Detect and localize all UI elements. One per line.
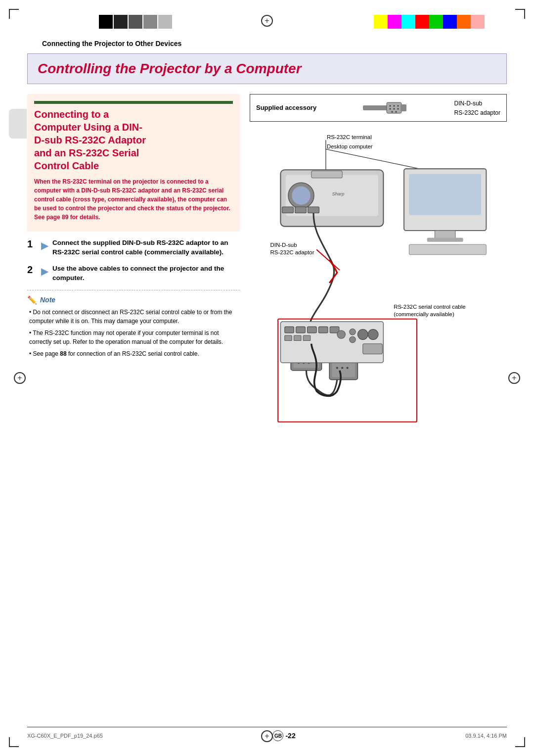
step-1-number: 1 bbox=[27, 238, 37, 250]
svg-text:Sharp: Sharp bbox=[332, 191, 344, 196]
gb-label: GB bbox=[274, 733, 282, 739]
swatch-yellow bbox=[374, 15, 388, 29]
color-bar-left bbox=[99, 15, 172, 29]
swatch-magenta bbox=[388, 15, 401, 29]
page-number: -22 bbox=[285, 732, 295, 740]
main-content: Connecting the Projector to Other Device… bbox=[27, 40, 507, 726]
svg-point-60 bbox=[350, 336, 356, 342]
reg-mark-top bbox=[261, 15, 273, 27]
swatch-lighter-gray bbox=[158, 15, 172, 29]
svg-line-31 bbox=[316, 249, 340, 270]
svg-text:RS-232C terminal: RS-232C terminal bbox=[327, 134, 372, 140]
breadcrumb: Connecting the Projector to Other Device… bbox=[27, 40, 507, 47]
svg-rect-25 bbox=[409, 174, 481, 215]
svg-text:RS-232C serial control cable: RS-232C serial control cable bbox=[394, 304, 465, 310]
svg-rect-53 bbox=[318, 327, 328, 332]
note-header: ✏️ Note bbox=[27, 295, 240, 305]
breadcrumb-text: Connecting the Projector to Other Device… bbox=[42, 40, 181, 47]
svg-text:DIN-D-sub: DIN-D-sub bbox=[270, 242, 297, 248]
left-tab-bookmark bbox=[9, 109, 27, 139]
swatch-black bbox=[99, 15, 113, 29]
note-item-1: • Do not connect or disconnect an RS-232… bbox=[27, 308, 240, 326]
corner-mark-br bbox=[515, 737, 525, 747]
supplied-label: Supplied accessory bbox=[256, 104, 316, 111]
corner-mark-bl bbox=[9, 737, 19, 747]
svg-rect-0 bbox=[363, 105, 388, 110]
svg-rect-57 bbox=[303, 335, 311, 340]
din-label-container: DIN-D-subRS-232C adaptor bbox=[454, 98, 500, 117]
svg-rect-21 bbox=[295, 207, 307, 213]
svg-rect-50 bbox=[285, 327, 294, 332]
swatch-light-gray bbox=[143, 15, 157, 29]
corner-mark-tr bbox=[515, 9, 525, 19]
svg-point-4 bbox=[394, 105, 395, 106]
svg-rect-1 bbox=[387, 102, 401, 113]
page-title: Controlling the Projector by a Computer bbox=[38, 61, 302, 76]
svg-rect-27 bbox=[427, 237, 463, 241]
svg-point-7 bbox=[394, 108, 395, 109]
note-section: ✏️ Note • Do not connect or disconnect a… bbox=[27, 295, 240, 358]
swatch-cyan bbox=[401, 15, 415, 29]
svg-point-59 bbox=[350, 329, 356, 334]
svg-point-45 bbox=[336, 367, 338, 369]
swatch-dark bbox=[114, 15, 128, 29]
svg-text:Desktop computer: Desktop computer bbox=[327, 143, 373, 149]
svg-line-14 bbox=[326, 149, 425, 170]
svg-rect-20 bbox=[282, 207, 294, 213]
step-1-text: Connect the supplied DIN-D-sub RS-232C a… bbox=[52, 238, 240, 257]
connector-illustration bbox=[321, 100, 449, 115]
color-bar-right bbox=[374, 15, 485, 29]
svg-point-58 bbox=[337, 330, 346, 338]
intro-text: When the RS-232C terminal on the project… bbox=[34, 177, 233, 222]
svg-point-62 bbox=[368, 329, 378, 339]
reg-mark-right bbox=[508, 372, 520, 384]
svg-rect-26 bbox=[435, 231, 455, 239]
step-2-text: Use the above cables to connect the proj… bbox=[52, 264, 240, 283]
footer-date: 03.9.14, 4:16 PM bbox=[465, 733, 507, 739]
right-column: Supplied accessory bbox=[250, 94, 507, 429]
svg-rect-52 bbox=[307, 327, 316, 332]
svg-rect-55 bbox=[285, 335, 292, 340]
din-label: DIN-D-subRS-232C adaptor bbox=[454, 100, 500, 116]
chevron-1-icon: ▶ bbox=[41, 239, 48, 251]
supplied-accessory-box: Supplied accessory bbox=[250, 94, 507, 122]
swatch-mid bbox=[129, 15, 142, 29]
page-title-box: Controlling the Projector by a Computer bbox=[27, 53, 507, 84]
svg-rect-56 bbox=[294, 335, 301, 340]
note-icon: ✏️ bbox=[27, 295, 37, 305]
svg-rect-2 bbox=[400, 104, 406, 111]
svg-rect-63 bbox=[363, 343, 383, 354]
swatch-blue bbox=[443, 15, 457, 29]
svg-rect-19 bbox=[312, 171, 342, 178]
note-label: Note bbox=[40, 296, 55, 304]
note-item-3: • See page 88 for connection of an RS-23… bbox=[27, 349, 240, 358]
page-number-container: GB -22 bbox=[272, 730, 295, 741]
svg-point-5 bbox=[398, 105, 399, 106]
reg-mark-left bbox=[14, 372, 26, 384]
chevron-2-icon: ▶ bbox=[41, 265, 48, 277]
svg-text:(commercially available): (commercially available) bbox=[394, 311, 454, 317]
step-2-number: 2 bbox=[27, 264, 37, 276]
left-column: Connecting to a Computer Using a DIN-D-s… bbox=[27, 94, 240, 429]
dashed-divider bbox=[27, 290, 240, 290]
step-1: 1 ▶ Connect the supplied DIN-D-sub RS-23… bbox=[27, 238, 240, 257]
step-2: 2 ▶ Use the above cables to connect the … bbox=[27, 264, 240, 283]
pink-section-box: Connecting to a Computer Using a DIN-D-s… bbox=[27, 94, 240, 232]
reg-mark-bottom bbox=[261, 730, 273, 742]
gb-badge: GB bbox=[272, 730, 283, 741]
heading-line1: Connecting to a Computer Using a DIN-D-s… bbox=[34, 109, 146, 171]
svg-point-46 bbox=[341, 367, 343, 369]
page-ref: See page 89 for details. bbox=[34, 214, 100, 221]
svg-text:RS-232C adaptor: RS-232C adaptor bbox=[270, 249, 314, 255]
green-bar bbox=[34, 101, 233, 104]
svg-point-10 bbox=[396, 111, 397, 112]
svg-rect-22 bbox=[308, 207, 319, 213]
swatch-pink bbox=[471, 15, 485, 29]
svg-point-9 bbox=[392, 111, 393, 112]
swatch-orange bbox=[457, 15, 471, 29]
svg-point-61 bbox=[357, 329, 368, 339]
svg-point-3 bbox=[390, 105, 391, 106]
swatch-red bbox=[415, 15, 429, 29]
note-item-2: • The RS-232C function may not operate i… bbox=[27, 329, 240, 346]
footer-filename: XG-C60X_E_PDF_p19_24.p65 bbox=[27, 733, 103, 739]
